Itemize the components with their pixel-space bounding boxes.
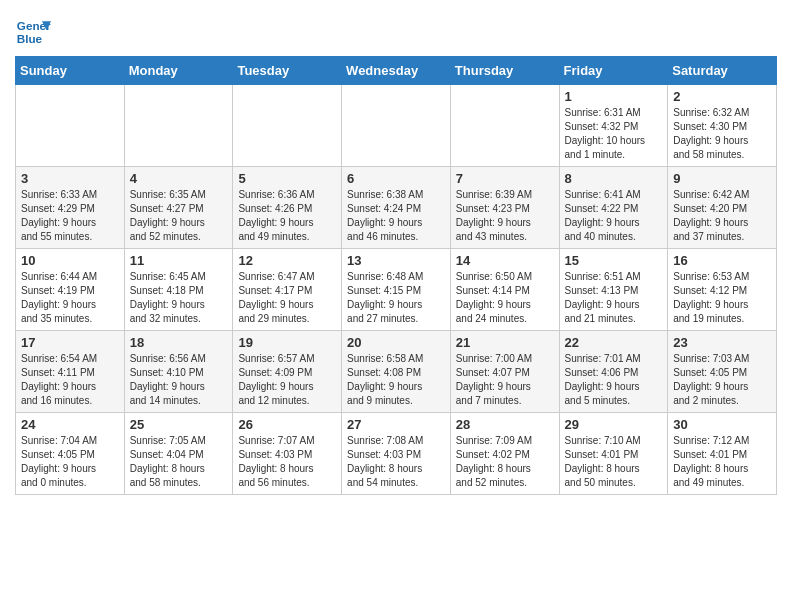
calendar-cell: 14Sunrise: 6:50 AM Sunset: 4:14 PM Dayli…	[450, 249, 559, 331]
calendar-cell: 6Sunrise: 6:38 AM Sunset: 4:24 PM Daylig…	[342, 167, 451, 249]
day-info: Sunrise: 7:04 AM Sunset: 4:05 PM Dayligh…	[21, 434, 119, 490]
page-header: General Blue	[15, 10, 777, 50]
day-info: Sunrise: 6:41 AM Sunset: 4:22 PM Dayligh…	[565, 188, 663, 244]
calendar-cell: 20Sunrise: 6:58 AM Sunset: 4:08 PM Dayli…	[342, 331, 451, 413]
day-info: Sunrise: 6:38 AM Sunset: 4:24 PM Dayligh…	[347, 188, 445, 244]
calendar-cell: 21Sunrise: 7:00 AM Sunset: 4:07 PM Dayli…	[450, 331, 559, 413]
day-number: 26	[238, 417, 336, 432]
calendar-cell: 16Sunrise: 6:53 AM Sunset: 4:12 PM Dayli…	[668, 249, 777, 331]
calendar-cell: 28Sunrise: 7:09 AM Sunset: 4:02 PM Dayli…	[450, 413, 559, 495]
day-info: Sunrise: 7:10 AM Sunset: 4:01 PM Dayligh…	[565, 434, 663, 490]
day-info: Sunrise: 7:08 AM Sunset: 4:03 PM Dayligh…	[347, 434, 445, 490]
calendar-cell: 5Sunrise: 6:36 AM Sunset: 4:26 PM Daylig…	[233, 167, 342, 249]
weekday-header-row: SundayMondayTuesdayWednesdayThursdayFrid…	[16, 57, 777, 85]
calendar-cell: 18Sunrise: 6:56 AM Sunset: 4:10 PM Dayli…	[124, 331, 233, 413]
calendar-cell: 22Sunrise: 7:01 AM Sunset: 4:06 PM Dayli…	[559, 331, 668, 413]
day-number: 18	[130, 335, 228, 350]
logo: General Blue	[15, 14, 55, 50]
calendar-cell: 12Sunrise: 6:47 AM Sunset: 4:17 PM Dayli…	[233, 249, 342, 331]
day-number: 9	[673, 171, 771, 186]
calendar-cell: 9Sunrise: 6:42 AM Sunset: 4:20 PM Daylig…	[668, 167, 777, 249]
calendar-cell: 8Sunrise: 6:41 AM Sunset: 4:22 PM Daylig…	[559, 167, 668, 249]
calendar-week-row: 10Sunrise: 6:44 AM Sunset: 4:19 PM Dayli…	[16, 249, 777, 331]
calendar-cell: 19Sunrise: 6:57 AM Sunset: 4:09 PM Dayli…	[233, 331, 342, 413]
day-number: 2	[673, 89, 771, 104]
calendar-cell: 11Sunrise: 6:45 AM Sunset: 4:18 PM Dayli…	[124, 249, 233, 331]
day-number: 16	[673, 253, 771, 268]
weekday-header-cell: Thursday	[450, 57, 559, 85]
calendar-cell: 23Sunrise: 7:03 AM Sunset: 4:05 PM Dayli…	[668, 331, 777, 413]
day-number: 5	[238, 171, 336, 186]
day-info: Sunrise: 6:56 AM Sunset: 4:10 PM Dayligh…	[130, 352, 228, 408]
calendar-cell: 4Sunrise: 6:35 AM Sunset: 4:27 PM Daylig…	[124, 167, 233, 249]
day-number: 19	[238, 335, 336, 350]
calendar-cell: 26Sunrise: 7:07 AM Sunset: 4:03 PM Dayli…	[233, 413, 342, 495]
day-number: 10	[21, 253, 119, 268]
calendar-cell: 2Sunrise: 6:32 AM Sunset: 4:30 PM Daylig…	[668, 85, 777, 167]
day-info: Sunrise: 6:39 AM Sunset: 4:23 PM Dayligh…	[456, 188, 554, 244]
day-number: 3	[21, 171, 119, 186]
logo-icon: General Blue	[15, 14, 51, 50]
day-info: Sunrise: 7:00 AM Sunset: 4:07 PM Dayligh…	[456, 352, 554, 408]
calendar-cell: 25Sunrise: 7:05 AM Sunset: 4:04 PM Dayli…	[124, 413, 233, 495]
day-info: Sunrise: 6:36 AM Sunset: 4:26 PM Dayligh…	[238, 188, 336, 244]
day-info: Sunrise: 7:09 AM Sunset: 4:02 PM Dayligh…	[456, 434, 554, 490]
calendar-cell: 13Sunrise: 6:48 AM Sunset: 4:15 PM Dayli…	[342, 249, 451, 331]
calendar-cell	[16, 85, 125, 167]
weekday-header-cell: Tuesday	[233, 57, 342, 85]
calendar-table: SundayMondayTuesdayWednesdayThursdayFrid…	[15, 56, 777, 495]
calendar-cell: 10Sunrise: 6:44 AM Sunset: 4:19 PM Dayli…	[16, 249, 125, 331]
calendar-cell: 27Sunrise: 7:08 AM Sunset: 4:03 PM Dayli…	[342, 413, 451, 495]
weekday-header-cell: Saturday	[668, 57, 777, 85]
calendar-cell: 30Sunrise: 7:12 AM Sunset: 4:01 PM Dayli…	[668, 413, 777, 495]
day-info: Sunrise: 7:07 AM Sunset: 4:03 PM Dayligh…	[238, 434, 336, 490]
day-info: Sunrise: 7:01 AM Sunset: 4:06 PM Dayligh…	[565, 352, 663, 408]
day-number: 25	[130, 417, 228, 432]
day-number: 12	[238, 253, 336, 268]
calendar-cell	[124, 85, 233, 167]
day-info: Sunrise: 6:47 AM Sunset: 4:17 PM Dayligh…	[238, 270, 336, 326]
day-number: 7	[456, 171, 554, 186]
day-info: Sunrise: 6:32 AM Sunset: 4:30 PM Dayligh…	[673, 106, 771, 162]
day-info: Sunrise: 6:53 AM Sunset: 4:12 PM Dayligh…	[673, 270, 771, 326]
day-info: Sunrise: 6:42 AM Sunset: 4:20 PM Dayligh…	[673, 188, 771, 244]
day-info: Sunrise: 6:51 AM Sunset: 4:13 PM Dayligh…	[565, 270, 663, 326]
calendar-cell	[233, 85, 342, 167]
day-info: Sunrise: 6:31 AM Sunset: 4:32 PM Dayligh…	[565, 106, 663, 162]
day-number: 20	[347, 335, 445, 350]
day-number: 30	[673, 417, 771, 432]
day-info: Sunrise: 6:45 AM Sunset: 4:18 PM Dayligh…	[130, 270, 228, 326]
day-number: 1	[565, 89, 663, 104]
calendar-cell	[450, 85, 559, 167]
day-number: 17	[21, 335, 119, 350]
svg-text:Blue: Blue	[17, 32, 43, 45]
calendar-week-row: 17Sunrise: 6:54 AM Sunset: 4:11 PM Dayli…	[16, 331, 777, 413]
day-number: 8	[565, 171, 663, 186]
calendar-cell: 17Sunrise: 6:54 AM Sunset: 4:11 PM Dayli…	[16, 331, 125, 413]
calendar-cell: 7Sunrise: 6:39 AM Sunset: 4:23 PM Daylig…	[450, 167, 559, 249]
day-number: 22	[565, 335, 663, 350]
day-number: 15	[565, 253, 663, 268]
day-info: Sunrise: 6:54 AM Sunset: 4:11 PM Dayligh…	[21, 352, 119, 408]
day-number: 11	[130, 253, 228, 268]
calendar-cell: 3Sunrise: 6:33 AM Sunset: 4:29 PM Daylig…	[16, 167, 125, 249]
weekday-header-cell: Monday	[124, 57, 233, 85]
day-number: 14	[456, 253, 554, 268]
day-info: Sunrise: 7:03 AM Sunset: 4:05 PM Dayligh…	[673, 352, 771, 408]
day-number: 29	[565, 417, 663, 432]
day-number: 13	[347, 253, 445, 268]
calendar-week-row: 24Sunrise: 7:04 AM Sunset: 4:05 PM Dayli…	[16, 413, 777, 495]
weekday-header-cell: Wednesday	[342, 57, 451, 85]
day-info: Sunrise: 7:12 AM Sunset: 4:01 PM Dayligh…	[673, 434, 771, 490]
day-info: Sunrise: 6:58 AM Sunset: 4:08 PM Dayligh…	[347, 352, 445, 408]
day-info: Sunrise: 6:50 AM Sunset: 4:14 PM Dayligh…	[456, 270, 554, 326]
day-info: Sunrise: 6:35 AM Sunset: 4:27 PM Dayligh…	[130, 188, 228, 244]
day-number: 28	[456, 417, 554, 432]
calendar-cell: 1Sunrise: 6:31 AM Sunset: 4:32 PM Daylig…	[559, 85, 668, 167]
day-number: 21	[456, 335, 554, 350]
weekday-header-cell: Sunday	[16, 57, 125, 85]
day-number: 4	[130, 171, 228, 186]
day-number: 6	[347, 171, 445, 186]
calendar-week-row: 3Sunrise: 6:33 AM Sunset: 4:29 PM Daylig…	[16, 167, 777, 249]
weekday-header-cell: Friday	[559, 57, 668, 85]
